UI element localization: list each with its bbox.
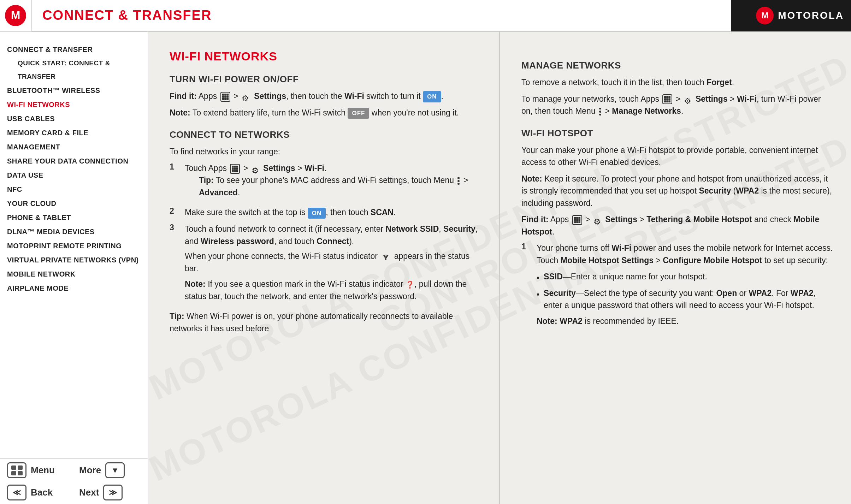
svg-rect-11 [236,166,238,168]
main-layout: CONNECT & TRANSFER QUICK START: CONNECT … [0,32,851,504]
step2: 2 Make sure the switch at the top is ON,… [170,206,481,219]
hotspot-step1-num: 1 [521,242,531,331]
apps-icon [220,92,230,102]
svg-rect-5 [226,96,229,98]
bullet-security: • Security—Select the type of security y… [537,287,833,312]
svg-rect-8 [226,98,229,100]
left-panel: WI-FI NETWORKS TURN WI-FI POWER ON/OFF F… [148,32,500,504]
motorola-logo: M [5,5,26,26]
manage-remove: To remove a network, touch it in the lis… [521,76,833,89]
menu-button[interactable]: Menu [7,462,69,478]
svg-rect-19 [664,96,666,98]
sidebar-item-cloud[interactable]: YOUR CLOUD [7,196,141,211]
sidebar-item-memory[interactable]: MEMORY CARD & FILE MANAGEMENT [7,126,141,154]
menu-dots-icon-2 [599,108,602,115]
svg-rect-10 [234,166,236,168]
sidebar-item-mobile-network[interactable]: MOBILE NETWORK [7,267,141,281]
header: M CONNECT & TRANSFER M MOTOROLA [0,0,851,32]
sidebar-item-motoprint[interactable]: MOTOPRINT REMOTE PRINTING [7,239,141,253]
next-label: Next [79,487,99,498]
more-button[interactable]: More ▼ [79,462,125,478]
svg-rect-32 [576,219,578,221]
hotspot-title: WI-FI HOTSPOT [521,128,833,139]
svg-rect-14 [236,168,238,170]
content-area: MOTOROLA CONFIDENTIAL RESTRICTED CONTROL… [148,32,851,504]
step1-num: 1 [170,162,179,202]
svg-rect-15 [232,170,234,172]
motorola-wordmark: MOTOROLA [778,10,844,21]
apps-icon-2 [230,164,240,174]
svg-rect-24 [669,99,671,101]
hotspot-note: Note: Keep it secure. To protect your ph… [521,173,833,209]
turn-on-subsection-title: TURN WI-FI POWER ON/OFF [170,74,481,85]
sidebar-item-usb[interactable]: USB CABLES [7,112,141,126]
sidebar-item-phone-tablet[interactable]: PHONE & TABLET [7,211,141,225]
svg-rect-13 [234,168,236,170]
sidebar-item-bluetooth[interactable]: BLUETOOTH™ WIRELESS [7,83,141,97]
turn-on-paragraph: Find it: Apps > ⚙ Settings, then touch t… [170,90,481,102]
svg-rect-12 [232,168,234,170]
svg-rect-16 [234,170,236,172]
note-paragraph: Note: To extend battery life, turn the W… [170,107,481,119]
sidebar-item-airplane[interactable]: AIRPLANE MODE [7,281,141,295]
back-icon: ≪ [7,485,26,500]
svg-rect-34 [574,221,576,223]
menu-icon [7,462,26,478]
svg-rect-22 [664,99,666,101]
back-label: Back [31,487,53,498]
svg-rect-0 [222,94,224,96]
svg-rect-1 [224,94,226,96]
svg-rect-35 [576,221,578,223]
sidebar-item-wifi[interactable]: WI-FI NETWORKS [7,97,141,112]
sidebar-item-connect-transfer[interactable]: CONNECT & TRANSFER [7,42,141,57]
back-button[interactable]: ≪ Back [7,485,69,500]
toggle-off: OFF [348,108,369,119]
sidebar-nav: CONNECT & TRANSFER QUICK START: CONNECT … [7,42,141,295]
sidebar-item-data-use[interactable]: DATA USE [7,168,141,182]
settings-icon-gear: ⚙ [242,92,251,101]
connect-subsection-title: CONNECT TO NETWORKS [170,129,481,140]
step3-content: Touch a found network to connect it (if … [185,223,481,306]
right-panel: MANAGE NETWORKS To remove a network, tou… [500,32,851,504]
step3-sub: When your phone connects, the Wi-Fi stat… [185,250,481,274]
manage-title: MANAGE NETWORKS [521,60,833,71]
step2-content: Make sure the switch at the top is ON, t… [185,206,396,219]
sidebar: CONNECT & TRANSFER QUICK START: CONNECT … [0,32,148,504]
svg-rect-29 [576,217,578,219]
svg-rect-4 [224,96,226,98]
step3: 3 Touch a found network to connect it (i… [170,223,481,306]
hotspot-step1-content: Your phone turns off Wi-Fi power and use… [537,242,833,331]
sidebar-item-nfc[interactable]: NFC [7,182,141,196]
hotspot-intro: Your can make your phone a Wi-Fi hotspot… [521,144,833,168]
svg-rect-20 [666,96,668,98]
hotspot-step1: 1 Your phone turns off Wi-Fi power and u… [521,242,833,331]
step1-tip: Tip: To see your phone's MAC address and… [185,174,481,198]
menu-dots-icon [457,177,460,185]
next-button[interactable]: Next ≫ [79,485,123,500]
manage-manage: To manage your networks, touch Apps > ⚙ … [521,93,833,117]
apps-icon-3 [662,94,672,104]
sidebar-item-vpn[interactable]: VIRTUAL PRIVATE NETWORKS (VPN) [7,253,141,267]
more-icon: ▼ [105,462,125,478]
more-label: More [79,465,101,476]
svg-rect-31 [574,219,576,221]
wifi-question-icon: ❓ [406,281,414,289]
bullet-dot-1: • [537,272,539,284]
svg-rect-27 [669,101,671,103]
svg-rect-30 [578,217,580,219]
svg-rect-7 [224,98,226,100]
motorola-m-icon: M [756,7,774,24]
bullet-ssid: • SSID—Enter a unique name for your hots… [537,271,833,284]
svg-point-18 [385,259,386,260]
svg-rect-26 [666,101,668,103]
svg-rect-2 [226,94,229,96]
toggle-on: ON [423,91,441,102]
svg-rect-6 [222,98,224,100]
sidebar-item-share[interactable]: SHARE YOUR DATA CONNECTION [7,154,141,168]
sidebar-bottom: Menu ≪ Back More ▼ Next ≫ [0,458,148,504]
bottom-tip: Tip: When Wi-Fi power is on, your phone … [170,310,481,334]
sidebar-item-quick-start[interactable]: QUICK START: CONNECT & TRANSFER [7,57,141,83]
sidebar-item-dlna[interactable]: DLNA™ MEDIA DEVICES [7,225,141,239]
svg-rect-23 [666,99,668,101]
wifi-section-title: WI-FI NETWORKS [170,49,481,63]
